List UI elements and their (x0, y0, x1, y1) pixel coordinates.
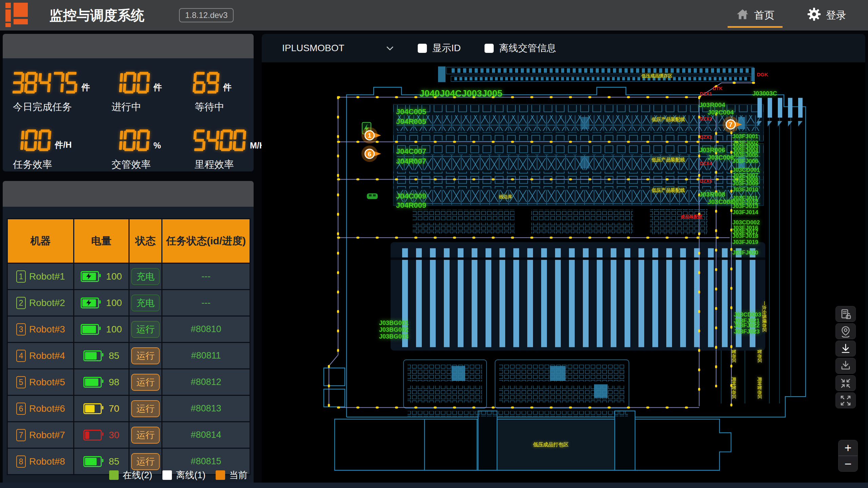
stat-tile: 件 等待中 (174, 71, 265, 114)
map-selector[interactable]: IPLUSMOBOT (282, 43, 394, 54)
col-header-status: 状态 (129, 219, 162, 263)
battery-value: 100 (106, 298, 122, 308)
current-swatch-icon (216, 470, 225, 480)
zoom-in-button[interactable]: + (839, 440, 857, 455)
map-label: J03FJ005 (732, 152, 758, 158)
stat-tile: 件 今日完成任务 (12, 71, 98, 114)
stat-value (193, 129, 246, 151)
robot-number-badge: 5 (16, 376, 26, 388)
zoom-out-button[interactable]: − (839, 455, 857, 471)
map-label: 周转暂存区 (731, 377, 736, 399)
stat-label: 进行中 (110, 100, 174, 114)
table-row[interactable]: 4 Robot#4 85 运行 #80811 (7, 343, 250, 369)
robot-name: Robot#6 (29, 403, 65, 414)
stat-value (110, 72, 149, 94)
battery-value: 98 (109, 377, 119, 387)
map-label: 低压产品装配线 (651, 117, 685, 122)
stats-panel-header (3, 34, 254, 58)
legend-item-current: 当前 (216, 469, 248, 481)
map-label: J04C005 (396, 107, 426, 116)
topbar: 监控与调度系统 1.8.12.dev3 首页 (0, 0, 868, 30)
checkbox-icon (418, 44, 427, 53)
stat-label: 交管效率 (110, 158, 174, 171)
map-label: J040J04CJ003J005 (419, 88, 502, 99)
map-canvas[interactable]: J040J04CJ003J005J04C005J04R005J04C007J04… (262, 62, 865, 485)
top-conveyor (438, 66, 755, 82)
battery-value: 85 (109, 350, 119, 361)
robot-number-badge: 7 (16, 429, 26, 441)
battery-icon (81, 324, 99, 335)
table-row[interactable]: 3 Robot#3 100 运行 #80810 (7, 316, 250, 343)
robot-number-badge: 1 (16, 270, 26, 283)
battery-icon (81, 271, 99, 282)
task-status: #80815 (191, 456, 221, 466)
robot-name: Robot#4 (29, 350, 65, 361)
map-label: J03FJ019 (732, 239, 758, 245)
map-label: 暂存区 (731, 349, 736, 363)
app-logo-icon (5, 3, 29, 28)
mini-rack-groups (413, 209, 708, 234)
battery-icon (83, 430, 102, 441)
robot-table: 机器 电量 状态 任务状态(id/进度) 1 Robot#1 100 充电 --… (7, 218, 251, 475)
map-label: DZX5 (700, 178, 712, 184)
status-badge: 运行 (131, 400, 160, 417)
map-label: J04C009 (396, 192, 426, 200)
page-title: 监控与调度系统 (50, 0, 144, 30)
table-row[interactable]: 2 Robot#2 100 充电 --- (7, 290, 250, 316)
map-tools (835, 306, 856, 410)
map-expand-button[interactable] (835, 392, 856, 408)
map-label: 线边库 (499, 194, 512, 199)
map-label: J04R007 (396, 157, 426, 165)
stat-label: 任务效率 (12, 158, 98, 171)
map-doc-button[interactable] (835, 306, 856, 322)
map-label: J03FJ020 (732, 249, 758, 256)
legend-offline-label: 离线(1) (176, 469, 205, 481)
sorter-cluster (757, 98, 803, 127)
checkbox-show-id[interactable]: 显示ID (418, 42, 461, 55)
battery-value: 100 (106, 271, 122, 282)
map-locate-button[interactable] (835, 323, 856, 339)
map-download-button[interactable] (835, 341, 856, 357)
col-header-battery: 电量 (74, 219, 129, 263)
checkbox-offline-traffic[interactable]: 离线交管信息 (485, 42, 556, 55)
legend-online-label: 在线(2) (123, 469, 152, 481)
map-import-button[interactable] (835, 358, 856, 374)
map-label: J03R004 (699, 101, 725, 108)
stat-unit: 件 (223, 82, 232, 94)
map-label: J03FJ022 (734, 322, 760, 329)
stat-value (110, 129, 149, 151)
robot-marker[interactable]: 6 (361, 146, 381, 162)
table-row[interactable]: 1 Robot#1 100 充电 --- (7, 263, 250, 290)
map-label: J03CD003 (734, 311, 761, 318)
nav-login-label: 登录 (826, 8, 846, 22)
robot-panel: 机器 电量 状态 任务状态(id/进度) 1 Robot#1 100 充电 --… (3, 181, 254, 485)
nav-login[interactable]: 登录 (807, 0, 846, 30)
robot-number-badge: 2 (16, 297, 26, 309)
map-label: DZX1 (700, 91, 712, 97)
map-label: J04C007 (396, 147, 426, 156)
table-row[interactable]: 7 Robot#7 30 运行 #80814 (7, 422, 250, 448)
map-toolbar: IPLUSMOBOT 显示ID 离线交管信息 (262, 34, 865, 62)
robot-number-badge: 6 (16, 403, 26, 415)
warehouse-map[interactable]: J040J04CJ003J005J04C005J04R005J04C007J04… (262, 62, 865, 485)
map-collapse-button[interactable] (835, 375, 856, 391)
nav-home[interactable]: 首页 (736, 0, 774, 30)
map-panel: IPLUSMOBOT 显示ID 离线交管信息 (262, 34, 865, 485)
robot-name: Robot#3 (29, 324, 65, 335)
map-label: 周转暂存区 (757, 377, 762, 399)
table-header-row: 机器 电量 状态 任务状态(id/进度) (7, 219, 250, 263)
task-status: #80810 (191, 324, 221, 334)
expand-icon (840, 394, 852, 407)
table-row[interactable]: 6 Robot#6 70 运行 #80813 (7, 395, 250, 422)
location-pin-icon (840, 325, 852, 338)
robot-panel-header (3, 181, 254, 207)
map-label: J03FJ013 (732, 203, 758, 209)
chevron-down-icon (386, 43, 394, 54)
home-icon (736, 7, 749, 23)
col-header-machine: 机器 (7, 219, 74, 263)
battery-value: 85 (109, 456, 119, 467)
legend-item-offline: 离线(1) (162, 469, 205, 481)
robot-name: Robot#8 (29, 456, 65, 467)
battery-icon (83, 350, 102, 361)
table-row[interactable]: 5 Robot#5 98 运行 #80812 (7, 369, 250, 395)
